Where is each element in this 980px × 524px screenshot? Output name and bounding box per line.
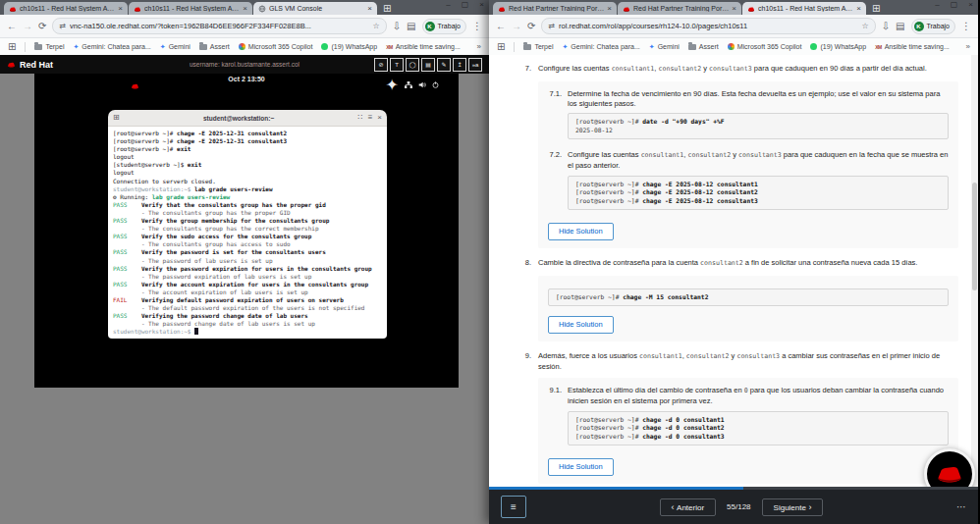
more-options-icon[interactable] [956,501,966,512]
profile-label: Trabajo [927,23,950,29]
site-info-icon[interactable] [548,23,555,30]
hide-solution-button[interactable]: Hide Solution [548,458,614,476]
tab-strip: ch10s11 - Red Hat System Admch10s11 - Re… [0,0,489,15]
terminal-line: - The account expiration of lab users is… [113,288,382,296]
side-panel-icon[interactable] [896,22,904,31]
tab-close-icon[interactable] [118,5,123,13]
view-only-icon[interactable]: ✎ [437,58,451,72]
bookmark-item[interactable]: Assert [688,43,719,50]
keyboard-icon[interactable]: ▤ [421,58,435,72]
browser-tab[interactable]: ch10s11 - Red Hat System Adm [4,2,128,15]
bookmark-item[interactable]: Microsoft 365 Copilot [239,43,313,50]
volume-icon[interactable] [418,81,426,88]
bookmark-item[interactable]: Assert [199,43,230,50]
bookmark-item[interactable]: XMAnsible time saving... [386,43,461,50]
terminal-close-icon[interactable] [377,114,382,122]
bookmark-item[interactable]: ✦Gemini: Chatea para... [73,43,150,50]
substep-text: Establezca el último día del cambio de c… [568,386,949,406]
side-panel-icon[interactable] [407,22,415,31]
clipboard-icon[interactable]: ↥ [453,58,466,72]
browser-menu-icon[interactable] [472,22,482,31]
table-of-contents-button[interactable] [501,496,526,518]
maximize-icon[interactable] [951,1,958,9]
url-bar[interactable]: rol.redhat.com/rol/app/courses/rh124-10.… [541,18,875,34]
next-button[interactable]: Siguiente › [762,498,824,516]
terminal-line: PASS Verify that the consultants group h… [113,201,382,209]
back-icon[interactable] [7,22,17,31]
previous-button[interactable]: ‹ Anterior [660,498,717,516]
course-bottom-bar: ‹ Anterior 55/128 Siguiente › [489,490,978,524]
terminal-window: student@workstation:~ [root@serverb ~]# … [108,110,387,339]
profile-chip[interactable]: K Trabajo [422,19,466,34]
bookmark-star-icon[interactable] [373,23,380,30]
forward-icon[interactable] [512,22,521,31]
reload-icon[interactable] [38,22,46,31]
globe-favicon [258,5,266,13]
new-tab-button[interactable] [383,4,391,14]
browser-tab[interactable]: Red Hat Partner Training Portal [618,2,741,15]
tab-close-icon[interactable] [367,5,372,13]
terminal-tabs-icon[interactable] [358,114,363,122]
reload-icon[interactable] [527,22,535,31]
power-icon[interactable] [432,81,439,88]
minimize-icon[interactable] [935,1,939,9]
close-icon[interactable] [968,1,973,9]
forward-icon[interactable] [23,22,32,31]
text-input-icon[interactable]: T [390,58,404,72]
tab-close-icon[interactable] [243,5,247,13]
apps-grid-icon[interactable] [8,42,16,52]
tab-close-icon[interactable] [732,5,736,13]
bookmark-item[interactable]: Terpel [34,43,64,50]
terminal-menu-icon[interactable] [368,114,373,122]
bookmark-item[interactable]: ✦Gemini [649,43,680,50]
close-icon[interactable] [479,1,484,9]
browser-tab[interactable]: ch10s11 - Red Hat System Adm [742,2,866,15]
profile-chip[interactable]: K Trabajo [911,19,955,34]
site-info-icon[interactable] [59,23,66,30]
minimize-icon[interactable] [446,1,450,9]
redhat-fedora-icon [935,461,964,488]
bookmark-star-icon[interactable] [862,23,869,30]
downloads-icon[interactable] [882,22,890,31]
window-controls [935,1,973,9]
downloads-icon[interactable] [393,22,401,31]
bookmark-item[interactable]: ✦Gemini [160,43,191,50]
bookmark-item[interactable]: (19) WhatsApp [810,43,866,50]
new-tab-button[interactable] [872,4,880,14]
bookmark-item[interactable]: ✦Gemini: Chatea para... [562,43,639,50]
bookmarks-overflow-icon[interactable]: » [966,42,970,51]
bookmark-item[interactable]: (19) WhatsApp [321,43,377,50]
terminal-new-tab-icon[interactable] [113,114,120,122]
tab-close-icon[interactable] [607,5,612,13]
accessibility-icon[interactable]: ✦ [386,76,399,94]
ctrl-key-icon[interactable]: ◯ [406,58,419,72]
back-icon[interactable] [496,22,506,31]
maximize-icon[interactable] [462,1,469,9]
scrollbar[interactable] [971,55,978,487]
url-bar[interactable]: vnc-na150.ole.redhat.com/?token=1962B84D… [52,18,386,34]
browser-tab[interactable]: GLS VM Console [253,2,377,15]
bookmark-item[interactable]: Terpel [523,43,553,50]
tab-close-icon[interactable] [856,5,861,13]
terminal-line: FAIL Verifying default password expirati… [113,296,382,304]
network-icon[interactable] [405,81,412,88]
bookmark-item[interactable]: Microsoft 365 Copilot [728,43,802,50]
terminal-output[interactable]: [root@serverb ~]# chage -E 2025-12-31 co… [108,127,387,339]
bookmark-label: Microsoft 365 Copilot [737,43,802,50]
scrollbar-thumb[interactable] [972,183,977,290]
hide-solution-button[interactable]: Hide Solution [548,223,614,240]
terminal-header[interactable]: student@workstation:~ [108,110,387,127]
folder-icon [688,44,696,50]
hide-solution-button[interactable]: Hide Solution [548,316,614,334]
bookmarks-overflow-icon[interactable]: » [477,42,481,51]
browser-menu-icon[interactable] [961,22,971,31]
bookmark-item[interactable]: XMAnsible time saving... [875,43,950,50]
inline-code: consultant1 [612,65,655,73]
cursor-off-icon[interactable]: ⊘ [374,58,388,72]
browser-tab[interactable]: ch10s11 - Red Hat System Adm [129,2,252,15]
terminal-line: - The default password expiration of the… [113,304,382,312]
apps-grid-icon[interactable] [497,42,505,52]
code-block: [root@serverb ~]# date -d "+90 days" +%F… [568,113,949,139]
browser-tab[interactable]: Red Hat Partner Training Portal [493,2,617,15]
send-keys-icon[interactable]: »a [468,58,482,72]
